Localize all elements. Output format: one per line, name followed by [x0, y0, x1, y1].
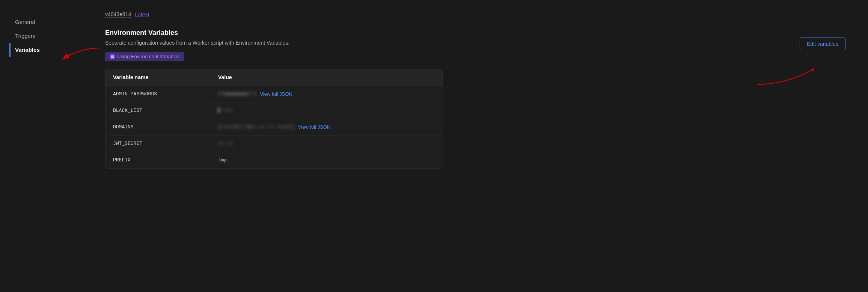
var-value-black-list: ▌ ▪▪▪ — [218, 108, 435, 113]
plain-value: tmp — [218, 157, 227, 163]
sidebar-item-triggers[interactable]: Triggers — [15, 29, 83, 43]
main-content: v4043e814 Latest Environment Variables S… — [83, 0, 868, 292]
variables-table: Variable name Value ADMIN_PASSWORDS ["●●… — [105, 69, 443, 169]
sidebar-item-variables[interactable]: Variables — [9, 43, 83, 57]
sidebar: General Triggers Variables — [0, 0, 83, 292]
latest-badge: Latest — [135, 12, 149, 18]
var-name-admin-passwords: ADMIN_PASSWORDS — [113, 91, 218, 97]
book-icon: ▤ — [110, 54, 115, 59]
blurred-value: ▪▪ ▪▪ — [218, 141, 233, 146]
var-value-domains: ["▪▪▪▪k","d▪▪ ▪▪ ▪▪ ▪▪▪z"] View full JSO… — [218, 124, 435, 130]
var-value-admin-passwords: ["●●●●●●●●<"] View full JSON — [218, 91, 435, 97]
section-title: Environment Variables — [105, 29, 845, 37]
table-row: BLACK_LIST ▌ ▪▪▪ — [105, 102, 443, 119]
var-name-jwt-secret: JWT_SECRET — [113, 141, 218, 146]
view-json-link-admin[interactable]: View full JSON — [260, 91, 292, 97]
view-json-link-domains[interactable]: View full JSON — [298, 124, 330, 130]
annotation-arrow-right — [753, 66, 814, 88]
var-name-black-list: BLACK_LIST — [113, 108, 218, 113]
table-header: Variable name Value — [105, 69, 443, 86]
column-header-value: Value — [218, 74, 435, 80]
env-variables-link[interactable]: ▤ Using Environment Variables — [105, 52, 184, 61]
column-header-name: Variable name — [113, 74, 218, 80]
blurred-value: ["●●●●●●●●<"] — [218, 91, 256, 97]
table-row: JWT_SECRET ▪▪ ▪▪ — [105, 135, 443, 152]
blurred-value: ▌ ▪▪▪ — [218, 108, 233, 113]
table-row: PREFIX tmp — [105, 152, 443, 168]
var-value-jwt-secret: ▪▪ ▪▪ — [218, 141, 435, 146]
env-link-label: Using Environment Variables — [117, 54, 180, 59]
var-value-prefix: tmp — [218, 157, 435, 163]
var-name-prefix: PREFIX — [113, 157, 218, 163]
var-name-domains: DOMAINS — [113, 124, 218, 130]
sidebar-item-general[interactable]: General — [15, 15, 83, 29]
version-row: v4043e814 Latest — [105, 11, 845, 18]
version-hash[interactable]: v4043e814 — [105, 11, 131, 18]
edit-variables-button[interactable]: Edit variables — [800, 38, 845, 50]
blurred-value: ["▪▪▪▪k","d▪▪ ▪▪ ▪▪ ▪▪▪z"] — [218, 124, 294, 130]
table-row: ADMIN_PASSWORDS ["●●●●●●●●<"] View full … — [105, 86, 443, 102]
table-row: DOMAINS ["▪▪▪▪k","d▪▪ ▪▪ ▪▪ ▪▪▪z"] View … — [105, 119, 443, 135]
section-description: Separate configuration values from a Wor… — [105, 40, 845, 46]
